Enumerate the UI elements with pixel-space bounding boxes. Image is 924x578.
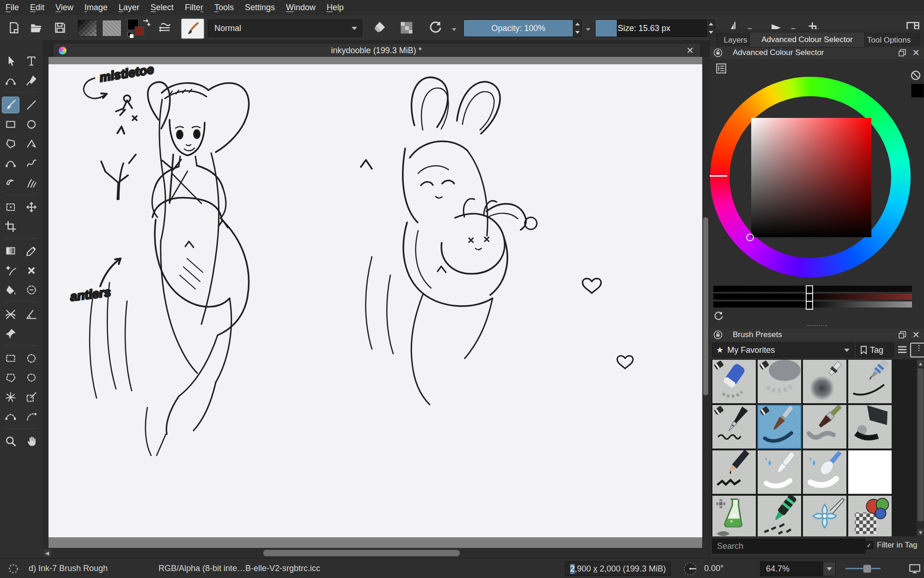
tool-transform[interactable] [2, 199, 19, 215]
tool-fill[interactable] [2, 282, 19, 298]
tool-pan[interactable] [23, 433, 40, 449]
grid-scrollbar[interactable]: ▲ ▼ [917, 359, 924, 536]
filter-in-tag-checkbox[interactable]: ✓ Filter in Tag [865, 541, 918, 550]
brush-preset-wet-swab[interactable] [802, 450, 847, 494]
tool-ellipse[interactable] [23, 117, 40, 132]
no-color-button[interactable] [910, 70, 921, 81]
menu-window[interactable]: Window [280, 3, 321, 12]
tool-select-similar[interactable] [23, 389, 40, 405]
tool-select-contiguous[interactable] [2, 389, 19, 405]
brush-presets-header[interactable]: Brush Presets ✕ [710, 329, 924, 341]
tool-select-magnetic[interactable] [23, 409, 40, 424]
shade-strip-1[interactable] [713, 286, 912, 292]
canvas-rotation-dial[interactable] [682, 561, 698, 577]
tool-measure[interactable] [23, 307, 40, 322]
brush-preset-oil-brush[interactable] [802, 405, 847, 449]
tool-edit-shapes[interactable] [2, 73, 19, 88]
tool-select-ellipse[interactable] [23, 350, 40, 366]
brush-preset-color-chalk[interactable] [848, 495, 892, 536]
grid-scrollbar-thumb[interactable] [918, 369, 924, 521]
brush-preset-soft-white-pen[interactable] [757, 450, 802, 494]
scroll-down-arrow[interactable]: ▼ [918, 529, 924, 535]
tool-smart-patch[interactable] [2, 263, 19, 278]
tool-color-sampler[interactable] [23, 243, 40, 259]
tag-button[interactable]: Tag [856, 343, 894, 357]
canvas-document[interactable]: mistletoe [49, 64, 702, 537]
tool-select-shapes[interactable] [2, 53, 19, 69]
favorites-dropdown[interactable]: ★ My Favorites [712, 343, 854, 357]
close-docker-icon[interactable]: ✕ [912, 48, 920, 57]
edit-brush-preset-button[interactable] [181, 18, 204, 39]
chevron-down-icon[interactable] [452, 28, 456, 31]
zoom-slider[interactable] [845, 568, 881, 569]
opacity-slider[interactable]: Opacity: 100% [463, 19, 582, 37]
vertical-scrollbar-thumb[interactable] [703, 217, 708, 395]
horizontal-scrollbar-thumb[interactable] [263, 550, 460, 556]
current-color-swatch[interactable] [911, 84, 924, 98]
menu-settings[interactable]: Settings [239, 3, 280, 12]
brush-size-slider[interactable]: Size: 15.63 px [595, 19, 715, 37]
selection-status-icon[interactable] [7, 563, 19, 575]
menu-view[interactable]: View [50, 3, 79, 12]
blending-mode-dropdown[interactable]: Normal [208, 19, 362, 37]
chevron-down-icon[interactable] [586, 28, 590, 31]
tool-select-freehand[interactable] [23, 370, 40, 386]
colour-selector-header[interactable]: Advanced Colour Selector ✕ [710, 47, 924, 59]
splitter-handle[interactable] [807, 325, 827, 326]
tool-select-bezier[interactable] [2, 409, 19, 424]
tool-assistants[interactable] [2, 307, 19, 322]
brush-settings-button[interactable] [156, 18, 175, 37]
zoom-slider-handle[interactable] [863, 565, 871, 573]
shade-strip-2[interactable] [713, 294, 912, 300]
save-button[interactable] [51, 18, 69, 37]
menu-hamburger-icon[interactable] [897, 345, 907, 354]
brush-size-spinner[interactable] [706, 20, 715, 37]
swap-colors-icon[interactable] [141, 18, 151, 27]
lock-docker-icon[interactable] [713, 330, 723, 339]
brush-preset-eraser-soft[interactable] [757, 359, 802, 404]
brush-preset-green-marker[interactable] [757, 495, 802, 536]
brush-preset-charcoal[interactable] [848, 405, 892, 449]
lock-docker-icon[interactable] [713, 48, 723, 57]
canvas-viewport[interactable]: mistletoe [43, 57, 702, 548]
tool-crop[interactable] [2, 219, 19, 234]
tool-polyline[interactable] [23, 136, 40, 152]
zoom-level-dropdown[interactable]: 64.7% [760, 561, 836, 576]
shade-strip-3[interactable] [713, 301, 912, 307]
brush-preset-technical-pen[interactable] [848, 359, 892, 404]
open-document-button[interactable] [27, 18, 45, 37]
brush-preset-eraser-blue[interactable] [712, 359, 756, 404]
menu-select[interactable]: Select [145, 3, 179, 12]
reload-original-preset-button[interactable] [425, 18, 445, 37]
tool-gradient[interactable] [2, 243, 19, 259]
menu-edit[interactable]: Edit [24, 3, 50, 12]
float-docker-icon[interactable] [898, 49, 906, 57]
tool-reference-images[interactable] [2, 326, 19, 342]
selector-settings-icon[interactable] [715, 62, 727, 74]
horizontal-scrollbar[interactable]: ◀ [43, 548, 709, 558]
tool-rectangle[interactable] [2, 117, 19, 132]
tool-enclose-fill[interactable] [23, 282, 40, 298]
brush-preset-pencil[interactable] [712, 450, 756, 494]
display-settings-button[interactable] [910, 343, 924, 357]
vertical-scrollbar[interactable] [702, 57, 709, 548]
tool-select-rect[interactable] [2, 350, 19, 366]
menu-tools[interactable]: Tools [209, 3, 239, 12]
rotation-angle-value[interactable]: 0.00° [704, 559, 723, 578]
close-document-icon[interactable]: ✕ [686, 46, 694, 55]
new-document-button[interactable] [5, 18, 23, 37]
eraser-mode-button[interactable] [370, 18, 390, 37]
gradient-swatch[interactable] [78, 20, 97, 37]
close-docker-icon[interactable]: ✕ [912, 330, 920, 339]
tool-move[interactable] [23, 199, 40, 215]
brush-preset-ink-pen[interactable] [712, 405, 756, 449]
tool-freehand-path[interactable] [23, 155, 40, 171]
tab-advanced-colour-selector[interactable]: Advanced Colour Selector [749, 32, 865, 48]
tool-select-polygon[interactable] [2, 370, 19, 386]
pattern-swatch[interactable] [102, 20, 122, 37]
colorspace-label[interactable]: RGB/Alpha (8-bit inte…B-elle-V2-srgbtrc.… [158, 559, 320, 578]
image-size-field[interactable]: 2,900 x 2,000 (199.3 MiB) [565, 561, 671, 576]
menu-filter[interactable]: Filter [179, 3, 209, 12]
tool-freehand-brush[interactable] [2, 97, 19, 113]
tool-dynamic-brush[interactable] [2, 175, 19, 191]
